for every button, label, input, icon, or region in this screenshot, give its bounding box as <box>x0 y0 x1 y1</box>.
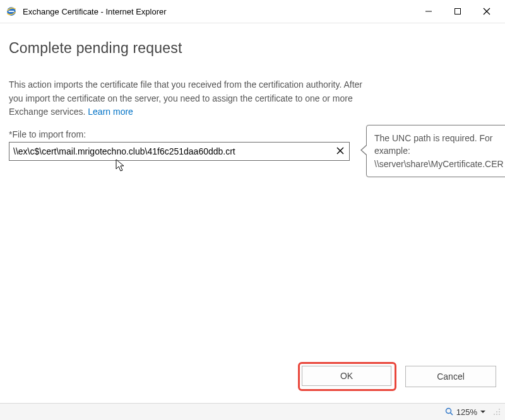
ie-app-icon <box>5 5 18 18</box>
page-heading: Complete pending request <box>9 40 496 57</box>
ok-button-highlight: OK <box>298 362 396 391</box>
cancel-button[interactable]: Cancel <box>405 366 496 387</box>
learn-more-link[interactable]: Learn more <box>88 107 133 117</box>
svg-rect-1 <box>9 11 15 12</box>
window-minimize-button[interactable] <box>414 2 443 21</box>
zoom-magnifier-icon <box>445 407 454 416</box>
svg-line-9 <box>450 413 453 416</box>
zoom-dropdown-icon[interactable] <box>480 409 486 415</box>
svg-point-8 <box>446 409 451 414</box>
status-bar: 125% <box>0 403 505 420</box>
window-title: Exchange Certificate - Internet Explorer <box>23 7 414 16</box>
instruction-text: This action imports the certificate file… <box>9 78 362 119</box>
svg-rect-3 <box>455 9 461 15</box>
svg-point-13 <box>494 414 495 415</box>
unc-path-tooltip: The UNC path is required. For example: \… <box>366 125 505 177</box>
svg-point-11 <box>496 411 497 412</box>
svg-point-14 <box>496 414 497 415</box>
svg-point-15 <box>499 414 500 415</box>
input-clear-icon[interactable] <box>335 145 346 156</box>
svg-point-12 <box>499 411 500 412</box>
window-maximize-button[interactable] <box>443 2 472 21</box>
instruction-body: This action imports the certificate file… <box>9 79 362 117</box>
file-import-input[interactable] <box>9 142 350 161</box>
ok-button[interactable]: OK <box>302 366 391 386</box>
dialog-button-bar: OK Cancel <box>298 362 496 391</box>
zoom-control[interactable]: 125% <box>445 407 486 417</box>
window-titlebar: Exchange Certificate - Internet Explorer <box>0 0 505 23</box>
resize-grip-icon[interactable] <box>492 407 501 416</box>
window-close-button[interactable] <box>472 2 501 21</box>
zoom-value: 125% <box>456 407 477 417</box>
tooltip-text: The UNC path is required. For example: \… <box>374 133 504 169</box>
mouse-cursor-icon <box>116 159 126 175</box>
svg-point-10 <box>499 409 500 410</box>
